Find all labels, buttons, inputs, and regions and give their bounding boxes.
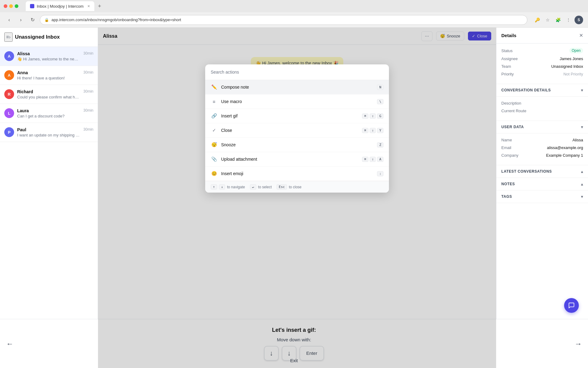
close-action-shortcut: ⌘ ⇧ Y	[362, 128, 383, 133]
conversation-list: A Alissa 👋 Hi James, welcome to the new …	[0, 47, 98, 351]
modal-overlay[interactable]: Search actions ✏️ Compose note N ≡ Use m…	[98, 28, 496, 368]
traffic-lights	[4, 4, 18, 8]
address-bar[interactable]: 🔒 app.intercom.com/a/inbox/nnsgmgob/onbo…	[40, 15, 527, 25]
conv-content: Alissa 👋 Hi James, welcome to the new In…	[17, 51, 80, 61]
new-tab-btn[interactable]: +	[96, 2, 104, 11]
team-label: Team	[501, 64, 511, 69]
avatar: R	[4, 89, 14, 99]
conversation-item-anna[interactable]: A Anna Hi there! I have a question! 30mi…	[0, 66, 98, 85]
forward-btn[interactable]: ›	[17, 16, 25, 24]
avatar: A	[4, 51, 14, 61]
action-item-insert-emoji[interactable]: 😊 Insert emoji :	[205, 167, 389, 181]
details-close-btn[interactable]: ✕	[579, 33, 583, 38]
insert-gif-label: Insert gif	[221, 113, 358, 118]
maximize-window-btn[interactable]	[15, 4, 18, 8]
search-modal-title: Search actions	[211, 70, 239, 75]
onboarding-next-btn[interactable]: →	[575, 339, 582, 348]
search-modal: Search actions ✏️ Compose note N ≡ Use m…	[205, 64, 389, 193]
conv-preview: I want an update on my shipping dates.	[17, 133, 80, 137]
extensions-icon-btn[interactable]: 🧩	[554, 16, 562, 24]
shortcut-key: ⇧	[370, 113, 376, 119]
down-arrow-key: ↓	[219, 184, 225, 190]
browser-titlebar: Inbox | Moodjoy | Intercom ✕ +	[0, 0, 588, 12]
conversation-item-alissa[interactable]: A Alissa 👋 Hi James, welcome to the new …	[0, 47, 98, 66]
action-list: ✏️ Compose note N ≡ Use macro \	[205, 80, 389, 181]
onboarding-prev-btn[interactable]: ←	[6, 339, 13, 348]
conv-time: 30min	[83, 127, 93, 132]
tags-toggle[interactable]: ▾	[581, 194, 583, 199]
close-action-label: Close	[221, 128, 358, 133]
profile-btn[interactable]: S	[575, 16, 583, 24]
navigate-label: to navigate	[227, 185, 245, 189]
action-item-snooze[interactable]: 😴 Snooze Z	[205, 138, 389, 152]
team-value: Unassigned Inbox	[551, 64, 583, 69]
notes-section-header: NOTES ▴	[496, 178, 588, 190]
compose-note-icon: ✏️	[211, 84, 217, 90]
conversation-item-paul[interactable]: P Paul I want an update on my shipping d…	[0, 123, 98, 142]
conversation-details-toggle[interactable]: ▾	[581, 88, 583, 93]
search-modal-header: Search actions	[205, 64, 389, 80]
tab-close-btn[interactable]: ✕	[87, 4, 90, 8]
up-arrow-key: ↑	[211, 184, 217, 190]
snooze-action-shortcut: Z	[377, 142, 383, 148]
priority-row: Priority Not Priority	[501, 72, 583, 76]
close-hint-label: to close	[289, 185, 301, 189]
avatar: P	[4, 127, 14, 137]
use-macro-icon: ≡	[211, 98, 217, 105]
action-item-compose-note[interactable]: ✏️ Compose note N	[205, 80, 389, 94]
latest-conversations-toggle[interactable]: ▴	[581, 169, 583, 174]
conv-time: 30min	[83, 108, 93, 113]
action-item-use-macro[interactable]: ≡ Use macro \	[205, 94, 389, 109]
shortcut-key: G	[377, 113, 383, 119]
active-tab[interactable]: Inbox | Moodjoy | Intercom ✕	[26, 1, 94, 11]
team-row: Team Unassigned Inbox	[501, 64, 583, 69]
nav-icons: 🔑 ☆ 🧩 ⋮ S	[533, 16, 583, 24]
browser-tabs: Inbox | Moodjoy | Intercom ✕ +	[26, 1, 104, 11]
reload-btn[interactable]: ↻	[28, 16, 37, 24]
details-header: Details ✕	[496, 28, 588, 44]
conv-content: Anna Hi there! I have a question!	[17, 70, 80, 80]
minimize-window-btn[interactable]	[9, 4, 13, 8]
sidebar-toggle-btn[interactable]: ≡›	[4, 33, 13, 42]
messenger-btn[interactable]	[564, 298, 579, 313]
shortcut-key: Y	[377, 128, 383, 133]
insert-emoji-icon: 😊	[211, 170, 217, 177]
shortcut-key: A	[377, 157, 383, 162]
conv-name: Anna	[17, 70, 80, 75]
tags-title: TAGS	[501, 194, 512, 199]
action-item-close[interactable]: ✓ Close ⌘ ⇧ Y	[205, 123, 389, 138]
user-data-body: Name Alissa Email alissa@example.org Com…	[496, 133, 588, 165]
notes-title: NOTES	[501, 182, 515, 186]
latest-conversations-section-header: LATEST CONVERSATIONS ▴	[496, 165, 588, 178]
name-row: Name Alissa	[501, 138, 583, 142]
insert-emoji-shortcut: :	[377, 171, 383, 176]
browser-nav: ‹ › ↻ 🔒 app.intercom.com/a/inbox/nnsgmgo…	[0, 12, 588, 28]
back-btn[interactable]: ‹	[5, 16, 13, 24]
key-icon-btn[interactable]: 🔑	[533, 16, 541, 24]
action-item-upload-attachment[interactable]: 📎 Upload attachment ⌘ ⇧ A	[205, 152, 389, 167]
action-item-insert-gif[interactable]: 🔗 Insert gif ⌘ ⇧ G	[205, 109, 389, 123]
notes-toggle[interactable]: ▴	[581, 182, 583, 186]
email-row: Email alissa@example.org	[501, 145, 583, 150]
user-data-toggle[interactable]: ▾	[581, 125, 583, 129]
sidebar-header: ≡› Unassigned Inbox	[0, 28, 98, 47]
use-macro-shortcut: \	[377, 99, 383, 104]
conversation-item-laura[interactable]: L Laura Can I get a discount code? 30min	[0, 104, 98, 123]
tags-section-header: TAGS ▾	[496, 190, 588, 203]
snooze-action-icon: 😴	[211, 141, 217, 148]
details-panel: Details ✕ Status Open Assignee James Jon…	[496, 28, 588, 368]
close-action-icon: ✓	[211, 127, 217, 134]
bookmark-icon-btn[interactable]: ☆	[543, 16, 552, 24]
assignee-label: Assignee	[501, 56, 518, 61]
insert-gif-shortcut: ⌘ ⇧ G	[362, 113, 383, 119]
menu-icon-btn[interactable]: ⋮	[564, 16, 573, 24]
assignee-value: James Jones	[560, 56, 583, 61]
close-window-btn[interactable]	[4, 4, 7, 8]
conversation-item-richard[interactable]: R Richard Could you please confirm what …	[0, 85, 98, 104]
conv-preview: Hi there! I have a question!	[17, 76, 80, 80]
email-value: alissa@example.org	[547, 145, 583, 150]
avatar: L	[4, 108, 14, 118]
select-label: to select	[258, 185, 272, 189]
status-row: Status Open	[501, 48, 583, 53]
description-label: Description	[501, 101, 521, 105]
